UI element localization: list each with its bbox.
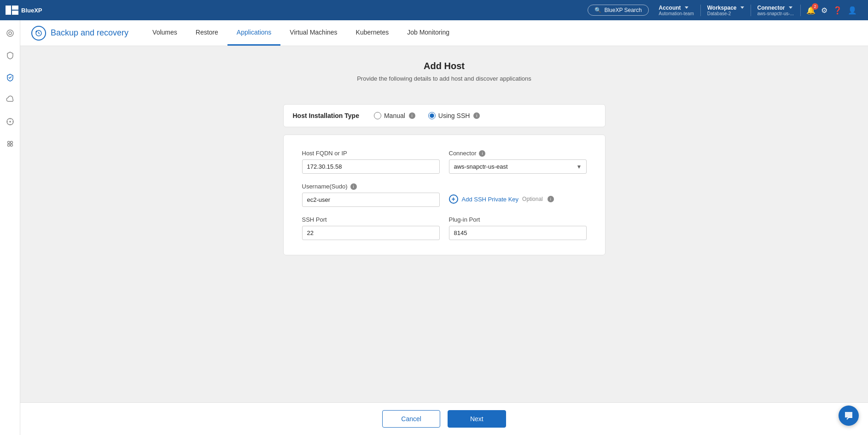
fields-row-1: Host FQDN or IP Connector i aws-snapctr-… — [302, 150, 587, 174]
ssh-key-info-icon[interactable]: i — [548, 196, 554, 202]
radio-manual-input[interactable] — [374, 112, 381, 119]
user-icon[interactable]: 👤 — [848, 6, 857, 15]
svg-rect-1 — [12, 6, 18, 10]
search-button[interactable]: 🔍 BlueXP Search — [588, 5, 648, 16]
ssh-port-input[interactable] — [302, 226, 440, 240]
netapp-icon — [6, 6, 18, 15]
next-button[interactable]: Next — [448, 410, 506, 428]
fields-card: Host FQDN or IP Connector i aws-snapctr-… — [283, 135, 606, 255]
installation-type-card: Host Installation Type Manual i Using SS… — [283, 104, 606, 127]
radio-group: Manual i Using SSH i — [374, 112, 480, 119]
username-group: Username(Sudo) i — [302, 183, 440, 207]
tab-kubernetes[interactable]: Kubernetes — [347, 20, 398, 46]
manual-info-icon[interactable]: i — [409, 112, 415, 119]
svg-point-12 — [10, 141, 12, 144]
help-icon[interactable]: ❓ — [833, 6, 842, 15]
svg-point-11 — [7, 141, 10, 144]
footer: Cancel Next — [20, 402, 868, 435]
sidebar-item-backup[interactable] — [3, 70, 17, 85]
tab-job-monitoring[interactable]: Job Monitoring — [398, 20, 459, 46]
connector-group: Connector i aws-snapctr-us-east ▼ — [449, 150, 587, 174]
ssh-key-group: + Add SSH Private Key Optional i — [449, 183, 587, 207]
sidebar-item-apps[interactable] — [3, 136, 17, 151]
connector-label: Connector i — [449, 150, 587, 157]
svg-point-4 — [9, 32, 12, 35]
main-content: Backup and recovery Volumes Restore Appl… — [20, 20, 868, 435]
tab-virtual-machines[interactable]: Virtual Machines — [280, 20, 346, 46]
fields-row-2: Username(Sudo) i + Add SSH Private Key O… — [302, 183, 587, 207]
svg-rect-2 — [12, 11, 18, 15]
connector-info-icon[interactable]: i — [479, 150, 485, 157]
sidebar-item-discover[interactable] — [3, 114, 17, 129]
plugin-port-label: Plug-in Port — [449, 216, 587, 223]
plugin-port-input[interactable] — [449, 226, 587, 240]
account-chevron-icon — [685, 6, 688, 9]
add-ssh-button[interactable]: + Add SSH Private Key Optional i — [449, 191, 587, 207]
fields-row-3: SSH Port Plug-in Port — [302, 216, 587, 240]
form-subtitle: Provide the following details to add hos… — [357, 75, 531, 82]
radio-ssh-input[interactable] — [428, 112, 436, 119]
svg-rect-0 — [6, 6, 11, 15]
topbar-icons: 🔔 2 ⚙ ❓ 👤 — [801, 6, 862, 15]
add-ssh-plus-icon: + — [449, 194, 458, 204]
tab-applications[interactable]: Applications — [227, 20, 281, 46]
workspace-chevron-icon — [740, 6, 744, 9]
ssh-port-group: SSH Port — [302, 216, 440, 240]
notification-badge: 2 — [812, 3, 818, 10]
svg-point-13 — [7, 144, 10, 147]
backup-recovery-icon — [31, 26, 46, 41]
search-icon: 🔍 — [594, 7, 601, 13]
ssh-info-icon[interactable]: i — [473, 112, 480, 119]
page-body: Add Host Provide the following details t… — [20, 46, 868, 402]
notifications-icon[interactable]: 🔔 2 — [806, 6, 816, 15]
connector-select[interactable]: aws-snapctr-us-east — [449, 159, 587, 174]
username-info-icon[interactable]: i — [350, 183, 357, 190]
username-input[interactable] — [302, 193, 440, 207]
connector-select-wrapper: aws-snapctr-us-east ▼ — [449, 159, 587, 174]
chat-widget[interactable] — [839, 406, 859, 426]
username-label: Username(Sudo) i — [302, 183, 440, 190]
radio-manual[interactable]: Manual i — [374, 112, 415, 119]
topbar: BlueXP 🔍 BlueXP Search Account Automatio… — [0, 0, 868, 20]
subheader: Backup and recovery Volumes Restore Appl… — [20, 20, 868, 46]
brand-logo: BlueXP — [6, 6, 42, 15]
cancel-button[interactable]: Cancel — [382, 410, 440, 428]
form-title: Add Host — [357, 61, 531, 71]
svg-point-14 — [10, 144, 12, 147]
svg-point-6 — [10, 121, 11, 122]
plugin-port-group: Plug-in Port — [449, 216, 587, 240]
radio-ssh[interactable]: Using SSH i — [428, 112, 480, 119]
host-fqdn-group: Host FQDN or IP — [302, 150, 440, 174]
topbar-right: Account Automation-team Workspace Databa… — [652, 5, 862, 16]
sidebar — [0, 20, 20, 435]
account-section[interactable]: Account Automation-team — [652, 5, 701, 16]
sidebar-item-cloud[interactable] — [3, 92, 17, 107]
tab-volumes[interactable]: Volumes — [143, 20, 186, 46]
workspace-section[interactable]: Workspace Database-2 — [701, 5, 751, 16]
installation-type-label: Host Installation Type — [293, 112, 359, 119]
nav-tabs: Volumes Restore Applications Virtual Mac… — [143, 20, 459, 46]
tab-restore[interactable]: Restore — [186, 20, 227, 46]
connector-section[interactable]: Connector aws-snapctr-us-... — [751, 5, 801, 16]
host-fqdn-label: Host FQDN or IP — [302, 150, 440, 157]
settings-icon[interactable]: ⚙ — [821, 6, 827, 15]
sidebar-item-home[interactable] — [3, 26, 17, 41]
host-fqdn-input[interactable] — [302, 159, 440, 174]
connector-chevron-icon — [789, 6, 792, 9]
page-title: Backup and recovery — [31, 26, 128, 41]
svg-point-3 — [7, 30, 13, 36]
ssh-port-label: SSH Port — [302, 216, 440, 223]
sidebar-item-shield[interactable] — [3, 48, 17, 63]
